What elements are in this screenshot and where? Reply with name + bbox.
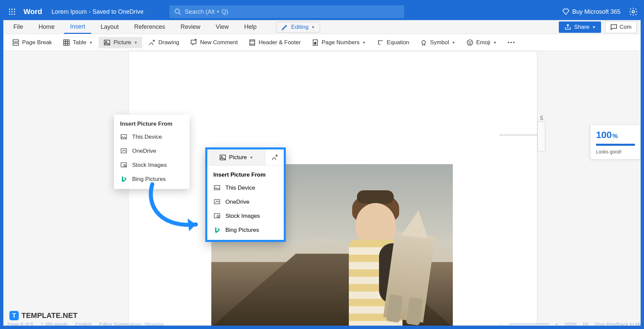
ribbon-insert: Page Break Table ▼ Picture ▼ Drawing New… [3, 34, 641, 51]
settings-gear-icon[interactable] [629, 7, 638, 16]
floating-stock-images-label: Stock Images [225, 213, 260, 219]
svg-point-30 [467, 40, 473, 45]
dropdown-stock-images[interactable]: Stock Images [114, 158, 190, 172]
tab-layout[interactable]: Layout [95, 21, 125, 33]
editing-chevron-icon: ▼ [311, 25, 315, 29]
picture-dropdown: Insert Picture From This Device OneDrive… [114, 115, 190, 189]
page-break-icon [12, 39, 19, 46]
tab-view[interactable]: View [210, 21, 235, 33]
diamond-icon [562, 8, 570, 15]
floating-drawing-button[interactable] [265, 149, 284, 165]
picture-button[interactable]: Picture ▼ [99, 37, 142, 48]
svg-rect-22 [191, 40, 196, 44]
floating-this-device[interactable]: This Device [207, 181, 284, 195]
page-break-button[interactable]: Page Break [7, 37, 57, 48]
this-device-icon [213, 184, 221, 192]
floating-stock-images[interactable]: Stock Images [207, 209, 284, 223]
zoom-minus-icon[interactable]: − [500, 321, 503, 327]
dropdown-this-device[interactable]: This Device [114, 130, 190, 144]
tab-references[interactable]: References [128, 21, 171, 33]
bing-icon [213, 226, 221, 234]
zoom-slider[interactable] [509, 323, 549, 325]
emoji-icon [466, 39, 474, 46]
tab-review[interactable]: Review [174, 21, 206, 33]
status-editor[interactable]: Editor Suggestions: Showing [99, 321, 164, 327]
save-location: - Saved to OneDrive [89, 8, 144, 15]
floating-picture-button[interactable]: Picture ▼ [207, 149, 265, 165]
floating-picture-menu: Picture ▼ Insert Picture From This Devic… [205, 147, 286, 242]
floating-onedrive[interactable]: OneDrive [207, 195, 284, 209]
title-bar: Word Lorem Ipsum - Saved to OneDrive ▼ S… [3, 3, 641, 20]
picture-label: Picture [113, 39, 131, 46]
ruler-mark-dotted [500, 135, 540, 135]
svg-point-20 [106, 41, 107, 43]
comment-icon [610, 23, 618, 31]
header-footer-button[interactable]: Header & Footer [244, 37, 306, 48]
zoom-plus-icon[interactable]: + [555, 321, 558, 327]
watermark-badge-icon: T [9, 311, 19, 320]
tab-help[interactable]: Help [238, 21, 263, 33]
buy-label: Buy Microsoft 365 [572, 8, 621, 15]
share-button[interactable]: Share ▼ [559, 21, 601, 33]
svg-point-5 [14, 11, 15, 12]
drawing-icon [148, 39, 156, 46]
dropdown-title: Insert Picture From [114, 117, 190, 130]
search-placeholder: Search (Alt + Q) [185, 8, 228, 15]
equation-button[interactable]: Equation [372, 37, 414, 48]
picture-icon [103, 39, 111, 46]
dropdown-bing-pictures[interactable]: Bing Pictures [114, 172, 190, 186]
emoji-label: Emoji [476, 39, 491, 46]
this-device-icon [120, 133, 127, 141]
status-feedback[interactable]: Give Feedback to Mi [594, 321, 641, 327]
svg-point-31 [469, 42, 469, 42]
share-icon [564, 23, 572, 31]
editor-score-bar [596, 144, 635, 146]
status-fit[interactable]: Fit [583, 321, 589, 327]
status-page[interactable]: Page 6 of 6 [7, 321, 33, 327]
status-words[interactable]: 1,380 words [41, 321, 68, 327]
ribbon-overflow[interactable]: ••• [503, 37, 520, 48]
ruler-vertical-box [537, 121, 545, 151]
svg-point-21 [153, 40, 155, 41]
pencil-icon [281, 23, 288, 31]
table-label: Table [73, 39, 87, 46]
app-launcher-icon[interactable] [6, 6, 18, 18]
page-numbers-button[interactable]: # Page Numbers ▼ [307, 37, 371, 48]
floating-picture-label: Picture [229, 154, 247, 161]
drawing-button[interactable]: Drawing [144, 37, 184, 48]
share-label: Share [574, 24, 589, 30]
menu-tabs: File Home Insert Layout References Revie… [3, 20, 641, 34]
onedrive-icon [120, 147, 127, 155]
svg-point-9 [175, 9, 179, 13]
table-button[interactable]: Table ▼ [58, 37, 98, 48]
dropdown-onedrive[interactable]: OneDrive [114, 144, 190, 158]
svg-point-40 [221, 156, 223, 157]
symbol-button[interactable]: Symbol ▼ [415, 37, 460, 48]
search-input[interactable]: Search (Alt + Q) [169, 5, 404, 18]
symbol-icon [420, 39, 427, 46]
editing-mode-button[interactable]: Editing ▼ [276, 22, 320, 32]
share-chevron-icon: ▼ [592, 25, 596, 29]
tab-insert[interactable]: Insert [64, 20, 91, 34]
comments-button[interactable]: Com [605, 21, 637, 33]
header-footer-icon [249, 39, 256, 46]
tab-file[interactable]: File [7, 21, 29, 33]
dropdown-stock-images-label: Stock Images [132, 162, 167, 169]
new-comment-button[interactable]: New Comment [185, 37, 243, 48]
status-language[interactable]: English [75, 321, 92, 327]
status-zoom[interactable]: 100% [564, 321, 577, 327]
status-bar: Page 6 of 6 1,380 words English Editor S… [7, 320, 644, 328]
symbol-label: Symbol [430, 39, 449, 46]
ruler-number: 5 [537, 115, 547, 121]
floating-bing-pictures[interactable]: Bing Pictures [207, 223, 284, 237]
editor-score-panel[interactable]: 100 % Looks good! [590, 125, 641, 159]
document-title[interactable]: Lorem Ipsum - Saved to OneDrive ▼ [52, 8, 149, 15]
header-footer-label: Header & Footer [259, 39, 301, 46]
svg-point-32 [470, 42, 471, 42]
tab-home[interactable]: Home [33, 21, 61, 33]
svg-rect-25 [250, 40, 255, 45]
emoji-button[interactable]: Emoji ▼ [462, 37, 501, 48]
buy-microsoft-365[interactable]: Buy Microsoft 365 [562, 8, 621, 15]
floating-this-device-label: This Device [225, 185, 255, 191]
svg-point-8 [14, 14, 15, 15]
